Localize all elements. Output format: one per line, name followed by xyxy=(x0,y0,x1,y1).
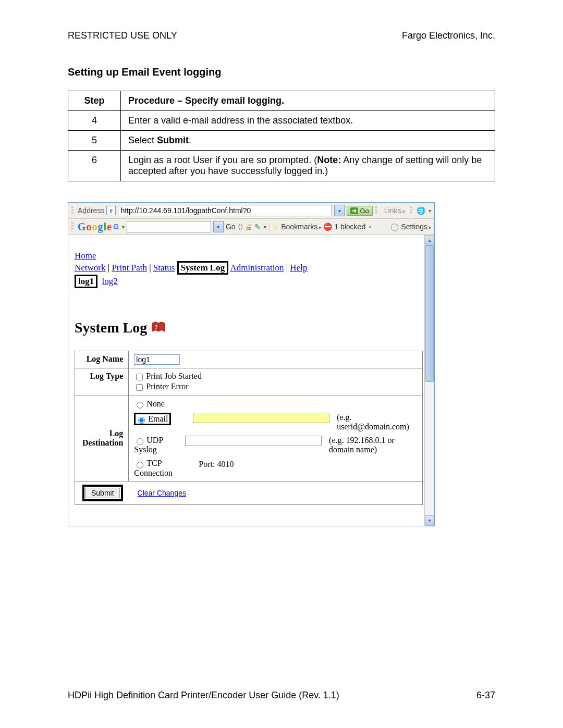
opt-print-job-started: Print Job Started xyxy=(146,372,202,380)
page-heading: System Log ? xyxy=(75,319,418,336)
toolbar-grip-icon xyxy=(71,206,74,215)
input-log-name[interactable] xyxy=(134,354,180,365)
scroll-up-button[interactable]: ▴ xyxy=(425,235,434,245)
popup-blocked-icon[interactable]: ⛔ xyxy=(323,223,332,231)
nav-print-path[interactable]: Print Path xyxy=(112,263,147,273)
bookmarks-menu[interactable]: Bookmarks▾ xyxy=(281,223,321,231)
page-icon: e xyxy=(106,206,116,215)
nav-home[interactable]: Home xyxy=(75,251,96,261)
address-label: Address xyxy=(78,206,104,215)
toolbar-grip-icon xyxy=(375,206,377,215)
opt-printer-error: Printer Error xyxy=(146,382,188,391)
go-button[interactable]: ➔ Go xyxy=(347,206,372,216)
go-arrow-icon: ➔ xyxy=(350,207,358,214)
scroll-thumb[interactable] xyxy=(425,245,434,382)
footer-left: HDPii High Definition Card Printer/Encod… xyxy=(68,690,339,701)
radio-email[interactable] xyxy=(138,417,145,424)
footer-right: 6-37 xyxy=(476,690,495,701)
subnav-log1-selected[interactable]: log1 xyxy=(75,275,97,288)
header-left: RESTRICTED USE ONLY xyxy=(68,30,177,41)
step-5: 5 xyxy=(68,131,121,151)
top-nav: Home Network | Print Path | Status Syste… xyxy=(75,251,418,288)
svg-text:?: ? xyxy=(155,324,157,330)
links-label[interactable]: Links» xyxy=(384,206,405,215)
nav-icons[interactable]: ⟨⟩ xyxy=(238,223,243,231)
scroll-track[interactable] xyxy=(425,245,434,515)
nav-network[interactable]: Network xyxy=(75,263,105,273)
dropdown-arrow-icon[interactable]: ▾ xyxy=(429,208,431,214)
hint-udp: (e.g. 192.168.0.1 or domain name) xyxy=(329,436,417,454)
vertical-scrollbar[interactable]: ▴ ▾ xyxy=(424,235,434,526)
nav-status[interactable]: Status xyxy=(153,263,175,273)
dropdown-arrow-icon[interactable]: ▾ xyxy=(122,224,125,230)
system-log-form: Log Name Log Type Print Job Started Prin… xyxy=(75,351,423,505)
settings-menu[interactable]: Settings▾ xyxy=(401,223,431,231)
step-6: 6 xyxy=(68,151,121,181)
settings-gear-icon[interactable]: ◯ xyxy=(390,223,399,231)
opt-email: Email xyxy=(148,414,168,423)
step-5-text: Select Submit. xyxy=(121,131,495,151)
google-toolbar: Google G▾ ▾ Go ⟨⟩ 🖨 ✎▾ | ☆ Bookmarks▾ ⛔ … xyxy=(68,219,434,235)
help-book-icon[interactable]: ? xyxy=(151,322,166,334)
printer-icon[interactable]: 🖨 xyxy=(245,223,252,231)
radio-tcp-connection[interactable] xyxy=(137,462,143,468)
submit-button[interactable]: Submit xyxy=(85,488,120,498)
checkbox-print-job-started[interactable] xyxy=(136,374,143,380)
highlight-icon[interactable]: ✎ xyxy=(254,223,261,231)
popup-blocked-label[interactable]: 1 blocked xyxy=(334,223,365,231)
opt-none: None xyxy=(146,399,165,408)
clear-changes-link[interactable]: Clear Changes xyxy=(138,489,186,497)
label-log-destination: Log Destination xyxy=(75,396,129,481)
toolbar-grip-icon xyxy=(71,222,74,231)
checkbox-printer-error[interactable] xyxy=(136,384,143,391)
label-log-type: Log Type xyxy=(75,368,129,396)
input-udp-host[interactable] xyxy=(185,436,322,446)
google-logo[interactable]: Google xyxy=(78,221,111,233)
embedded-screenshot: Address e ▾ ➔ Go Links» 🌐 ▾ Google G▾ xyxy=(68,202,435,526)
security-icon[interactable]: 🌐 xyxy=(417,206,425,215)
hint-email: (e.g. userid@domain.com) xyxy=(337,413,417,431)
google-search-dropdown[interactable]: ▾ xyxy=(213,221,224,232)
step-4: 4 xyxy=(68,111,121,131)
google-go-button[interactable]: Go xyxy=(226,223,236,231)
procedure-table: Step Procedure – Specify email logging. … xyxy=(68,91,495,181)
nav-help[interactable]: Help xyxy=(290,263,307,273)
radio-udp-syslog[interactable] xyxy=(137,438,143,445)
step-6-text: Login as a root User if you are so promp… xyxy=(121,151,495,181)
col-step: Step xyxy=(68,91,121,111)
section-title: Setting up Email Event logging xyxy=(68,66,495,78)
google-search-input[interactable] xyxy=(127,221,211,232)
label-log-name: Log Name xyxy=(75,351,129,368)
nav-system-log-selected[interactable]: System Log xyxy=(177,261,229,275)
subnav-log2[interactable]: log2 xyxy=(102,276,117,286)
input-email-address[interactable] xyxy=(193,413,329,423)
address-input[interactable] xyxy=(118,205,332,216)
star-icon[interactable]: ☆ xyxy=(272,223,279,231)
toolbar-grip-icon xyxy=(410,206,412,215)
highlight-email-option: Email xyxy=(134,413,170,425)
highlight-submit: Submit xyxy=(82,485,123,501)
tcp-port-label: Port: 4010 xyxy=(199,460,234,468)
col-procedure: Procedure – Specify email logging. xyxy=(121,91,495,111)
page-content: Home Network | Print Path | Status Syste… xyxy=(68,235,424,526)
scroll-down-button[interactable]: ▾ xyxy=(425,515,434,526)
header-right: Fargo Electronics, Inc. xyxy=(402,30,495,41)
nav-administration[interactable]: Administration xyxy=(230,263,284,273)
radio-none[interactable] xyxy=(137,402,143,409)
address-bar: Address e ▾ ➔ Go Links» 🌐 ▾ xyxy=(68,203,434,219)
step-4-text: Enter a valid e-mail address in the asso… xyxy=(121,111,495,131)
address-dropdown-button[interactable]: ▾ xyxy=(334,205,345,216)
